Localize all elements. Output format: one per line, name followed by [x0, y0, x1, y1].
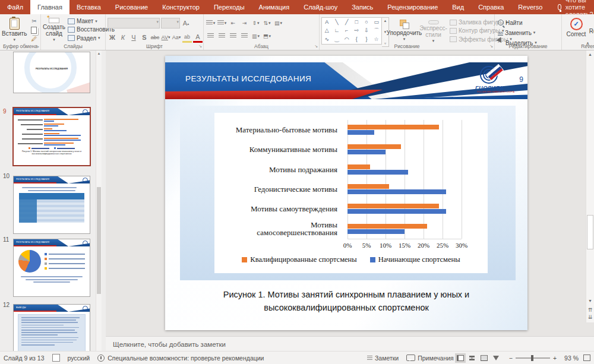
shadow-button[interactable]: S [140, 33, 149, 42]
slide-thumbnail-11[interactable]: РЕЗУЛЬТАТЫ ИССЛЕДОВАНИЯ [13, 239, 90, 297]
cut-button[interactable]: ✂ [28, 18, 40, 25]
copy-button[interactable] [28, 27, 40, 34]
shape-glyph-icon[interactable]: ⇨ [355, 28, 359, 33]
shape-glyph-icon[interactable]: ╲ [335, 20, 338, 25]
previous-slide-button[interactable]: ⇈ [586, 307, 594, 313]
slide-sorter-view-button[interactable] [467, 353, 478, 363]
decrease-indent-button[interactable]: ⇤ [228, 18, 238, 27]
shape-glyph-icon[interactable]: { [356, 37, 358, 42]
reading-view-button[interactable] [479, 353, 489, 363]
clipboard-dialog-launcher[interactable]: ↘ [36, 44, 39, 49]
character-spacing-button[interactable]: AV▾ [161, 33, 170, 42]
next-slide-button[interactable]: ⇊ [586, 314, 594, 320]
arrange-button[interactable]: Упорядочить ▾ [390, 17, 418, 43]
columns-button[interactable]: ▥▾ [251, 31, 261, 40]
zoom-level[interactable]: 93 % [564, 354, 579, 362]
replace-button[interactable]: abЗаменить▾ [497, 29, 560, 37]
scrollbar-thumb[interactable] [97, 187, 101, 294]
language-indicator[interactable]: русский [68, 354, 90, 362]
collapse-ribbon-button[interactable]: ∧ [586, 40, 590, 47]
slide-thumbnail-9[interactable]: РЕЗУЛЬТАТЫ ИССЛЕДОВАНИЯ Рисунок 1. Мотив… [12, 107, 91, 166]
ribbon-tab[interactable]: Анимация [252, 0, 297, 14]
text-direction-button[interactable]: ⇅▾ [262, 18, 272, 27]
scroll-down-icon[interactable]: ▼ [586, 299, 594, 303]
ribbon-tab[interactable]: Рисование [108, 0, 155, 14]
underline-button[interactable]: Ч [129, 33, 138, 42]
shape-textbox-icon[interactable]: A [325, 20, 328, 25]
justify-button[interactable] [239, 31, 249, 40]
format-painter-button[interactable]: 🖉 [28, 36, 40, 43]
new-slide-button[interactable]: Создать слайд ▾ [43, 16, 65, 42]
font-name-select[interactable] [108, 18, 160, 29]
shape-glyph-icon[interactable]: } [365, 37, 367, 42]
scroll-up-icon[interactable]: ▲ [96, 52, 102, 55]
align-right-button[interactable] [228, 31, 238, 40]
ribbon-tab[interactable]: Конструктор [155, 0, 207, 14]
ribbon-tab[interactable]: Reverso [511, 0, 549, 14]
notes-toggle[interactable]: Заметки [367, 354, 399, 362]
shape-glyph-icon[interactable]: ∟ [334, 28, 340, 33]
ribbon-tab[interactable]: Файл [0, 0, 30, 14]
display-settings-icon[interactable] [52, 354, 60, 362]
grow-font-button[interactable]: А▴ [181, 19, 191, 28]
slide-9-editor[interactable]: РЕЗУЛЬТАТЫ ИССЛЕДОВАНИЯ ГЦОЛИФК РОССИЙСК… [165, 56, 527, 330]
fit-slide-to-window-button[interactable] [583, 354, 590, 361]
slide-thumbnail-10[interactable]: РЕЗУЛЬТАТЫ ИССЛЕДОВАНИЯ [13, 176, 90, 234]
zoom-slider-thumb[interactable] [531, 355, 533, 361]
shape-glyph-icon[interactable]: ○ [365, 20, 368, 25]
quick-styles-button[interactable]: Экспресс-стили ▾ [419, 17, 447, 43]
thumbnail-panel-scrollbar[interactable]: ▲ [96, 50, 102, 352]
align-text-button[interactable]: ▤▾ [273, 18, 283, 27]
scrollbar-thumb[interactable] [587, 215, 593, 249]
paste-button[interactable]: Вставить ▾ [2, 16, 27, 42]
ribbon-tab[interactable]: Рецензирование [380, 0, 445, 14]
tell-me-search[interactable]: Что вы хотите сделать? [558, 0, 594, 14]
main-vertical-scrollbar[interactable]: ▲ ▼ ⇈ ⇊ [586, 50, 594, 322]
accessibility-status[interactable]: Специальные возможности: проверьте реком… [108, 354, 264, 362]
comments-toggle[interactable]: Примечания [406, 354, 454, 362]
scroll-up-icon[interactable]: ▲ [586, 52, 594, 56]
ribbon-tab[interactable]: Главная [30, 0, 69, 14]
align-left-button[interactable] [206, 31, 216, 40]
convert-smartart-button[interactable]: ⬒▾ [262, 31, 272, 40]
ribbon-tab[interactable]: Слайд-шоу [296, 0, 345, 14]
drawing-dialog-launcher[interactable]: ↘ [489, 44, 493, 49]
shape-glyph-icon[interactable]: ⇩ [364, 28, 369, 33]
ribbon-tab[interactable]: Справка [471, 0, 511, 14]
font-color-button[interactable]: А [193, 32, 203, 43]
slideshow-button[interactable] [491, 353, 501, 363]
font-dialog-launcher[interactable]: ↘ [198, 44, 202, 49]
paragraph-dialog-launcher[interactable]: ↘ [314, 44, 318, 49]
find-button[interactable]: Найти [497, 18, 560, 27]
ribbon-tab[interactable]: Вид [445, 0, 471, 14]
ribbon-tab[interactable]: Вставка [69, 0, 108, 14]
bullets-button[interactable]: ▾ [206, 18, 216, 27]
shape-glyph-icon[interactable]: ∿ [325, 37, 330, 42]
slide-thumbnail-12[interactable]: ВЫВОДЫ [13, 304, 90, 352]
zoom-slider[interactable] [516, 357, 550, 359]
align-center-button[interactable] [217, 31, 227, 40]
highlight-color-button[interactable]: ab [182, 32, 192, 43]
line-spacing-button[interactable]: ⇕▾ [251, 18, 261, 27]
numbering-button[interactable]: ▾ [217, 18, 227, 27]
reverso-rephraser-button[interactable]: Rephraser [590, 16, 594, 42]
figure-caption[interactable]: Рисунок 1. Мотивы занятий синхронным пла… [198, 289, 495, 315]
shape-glyph-icon[interactable]: ⌒ [374, 28, 379, 33]
shapes-gallery[interactable]: A╲╱□○▭△∟⌐⇨⇩⌒∿‿◠{}☆ [321, 17, 382, 45]
zoom-in-button[interactable]: + [553, 354, 557, 362]
increase-indent-button[interactable]: ⇥ [239, 18, 249, 27]
ribbon-tab[interactable]: Переходы [207, 0, 252, 14]
font-size-select[interactable] [161, 18, 180, 29]
shape-glyph-icon[interactable]: ▭ [374, 20, 379, 25]
shape-glyph-icon[interactable]: △ [325, 28, 329, 33]
shape-glyph-icon[interactable]: ╱ [345, 20, 348, 25]
shape-glyph-icon[interactable]: □ [355, 20, 358, 25]
italic-button[interactable]: К [118, 33, 128, 42]
shape-glyph-icon[interactable]: ⌐ [345, 28, 348, 33]
chart-object[interactable]: Материально-бытовые мотивыКоммуникативны… [180, 106, 516, 280]
normal-view-button[interactable] [455, 353, 466, 363]
reverso-correct-button[interactable]: ✓ Correct [564, 16, 589, 42]
strikethrough-button[interactable]: abc [150, 33, 160, 42]
bold-button[interactable]: Ж [108, 33, 117, 42]
shape-glyph-icon[interactable]: ‿ [334, 37, 339, 42]
